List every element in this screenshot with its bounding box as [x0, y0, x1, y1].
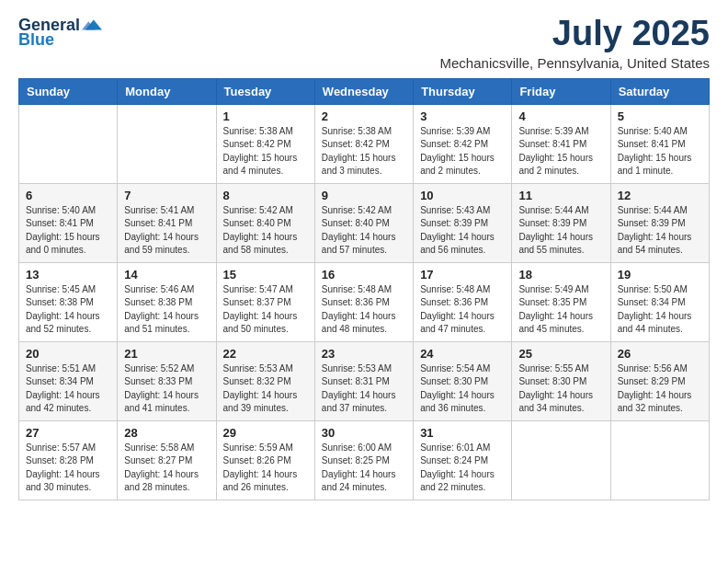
day-info: Sunrise: 5:38 AM Sunset: 8:42 PM Dayligh… — [223, 125, 308, 178]
calendar-cell: 10Sunrise: 5:43 AM Sunset: 8:39 PM Dayli… — [414, 183, 512, 262]
day-number: 18 — [518, 268, 603, 282]
calendar-cell: 30Sunrise: 6:00 AM Sunset: 8:25 PM Dayli… — [314, 420, 413, 500]
day-info: Sunrise: 5:56 AM Sunset: 8:29 PM Dayligh… — [618, 362, 702, 416]
calendar-cell: 2Sunrise: 5:38 AM Sunset: 8:42 PM Daylig… — [314, 104, 413, 183]
day-number: 4 — [518, 109, 603, 123]
location-title: Mechanicsville, Pennsylvania, United Sta… — [440, 55, 710, 71]
day-number: 5 — [618, 109, 702, 123]
day-number: 15 — [223, 268, 308, 282]
day-number: 30 — [322, 426, 406, 440]
day-info: Sunrise: 5:48 AM Sunset: 8:36 PM Dayligh… — [420, 283, 505, 337]
day-info: Sunrise: 5:39 AM Sunset: 8:42 PM Dayligh… — [420, 125, 505, 178]
day-number: 3 — [420, 109, 505, 123]
calendar-cell: 22Sunrise: 5:53 AM Sunset: 8:32 PM Dayli… — [216, 341, 314, 420]
day-number: 14 — [124, 268, 209, 282]
calendar-cell: 3Sunrise: 5:39 AM Sunset: 8:42 PM Daylig… — [414, 104, 512, 183]
day-info: Sunrise: 6:01 AM Sunset: 8:24 PM Dayligh… — [420, 442, 505, 495]
month-title: July 2025 — [440, 15, 710, 53]
calendar-cell: 4Sunrise: 5:39 AM Sunset: 8:41 PM Daylig… — [512, 104, 610, 183]
day-number: 19 — [618, 268, 702, 282]
calendar-cell: 15Sunrise: 5:47 AM Sunset: 8:37 PM Dayli… — [216, 262, 314, 341]
day-info: Sunrise: 5:41 AM Sunset: 8:41 PM Dayligh… — [124, 204, 209, 258]
day-info: Sunrise: 5:47 AM Sunset: 8:37 PM Dayligh… — [223, 283, 308, 337]
day-info: Sunrise: 5:53 AM Sunset: 8:32 PM Dayligh… — [223, 362, 308, 416]
day-info: Sunrise: 5:42 AM Sunset: 8:40 PM Dayligh… — [322, 204, 406, 258]
calendar-header-friday: Friday — [512, 78, 610, 104]
day-number: 20 — [26, 347, 110, 361]
day-number: 2 — [322, 109, 406, 123]
calendar-cell: 9Sunrise: 5:42 AM Sunset: 8:40 PM Daylig… — [314, 183, 413, 262]
day-info: Sunrise: 5:58 AM Sunset: 8:27 PM Dayligh… — [124, 442, 209, 495]
day-info: Sunrise: 5:43 AM Sunset: 8:39 PM Dayligh… — [420, 204, 505, 258]
calendar-cell: 28Sunrise: 5:58 AM Sunset: 8:27 PM Dayli… — [118, 420, 216, 500]
day-info: Sunrise: 5:48 AM Sunset: 8:36 PM Dayligh… — [322, 283, 406, 337]
day-number: 23 — [322, 347, 406, 361]
calendar-cell: 8Sunrise: 5:42 AM Sunset: 8:40 PM Daylig… — [216, 183, 314, 262]
calendar-cell: 14Sunrise: 5:46 AM Sunset: 8:38 PM Dayli… — [118, 262, 216, 341]
calendar-cell: 23Sunrise: 5:53 AM Sunset: 8:31 PM Dayli… — [314, 341, 413, 420]
day-number: 21 — [124, 347, 209, 361]
day-number: 1 — [223, 109, 308, 123]
day-info: Sunrise: 5:39 AM Sunset: 8:41 PM Dayligh… — [518, 125, 603, 178]
calendar-cell: 7Sunrise: 5:41 AM Sunset: 8:41 PM Daylig… — [118, 183, 216, 262]
calendar-table: SundayMondayTuesdayWednesdayThursdayFrid… — [18, 78, 710, 500]
day-number: 6 — [26, 189, 110, 202]
logo-blue: Blue — [18, 31, 54, 48]
calendar-cell: 24Sunrise: 5:54 AM Sunset: 8:30 PM Dayli… — [414, 341, 512, 420]
calendar-cell: 13Sunrise: 5:45 AM Sunset: 8:38 PM Dayli… — [19, 262, 118, 341]
day-number: 22 — [223, 347, 308, 361]
calendar-header-saturday: Saturday — [610, 78, 709, 104]
day-info: Sunrise: 5:40 AM Sunset: 8:41 PM Dayligh… — [618, 125, 702, 178]
calendar-header-sunday: Sunday — [19, 78, 118, 104]
calendar-cell: 19Sunrise: 5:50 AM Sunset: 8:34 PM Dayli… — [610, 262, 709, 341]
day-info: Sunrise: 5:53 AM Sunset: 8:31 PM Dayligh… — [322, 362, 406, 416]
day-info: Sunrise: 5:54 AM Sunset: 8:30 PM Dayligh… — [420, 362, 505, 416]
calendar-cell: 6Sunrise: 5:40 AM Sunset: 8:41 PM Daylig… — [19, 183, 118, 262]
calendar-cell: 31Sunrise: 6:01 AM Sunset: 8:24 PM Dayli… — [414, 420, 512, 500]
day-number: 27 — [26, 426, 110, 440]
calendar-cell: 21Sunrise: 5:52 AM Sunset: 8:33 PM Dayli… — [118, 341, 216, 420]
day-info: Sunrise: 5:59 AM Sunset: 8:26 PM Dayligh… — [223, 442, 308, 495]
calendar-cell: 11Sunrise: 5:44 AM Sunset: 8:39 PM Dayli… — [512, 183, 610, 262]
calendar-cell: 5Sunrise: 5:40 AM Sunset: 8:41 PM Daylig… — [610, 104, 709, 183]
day-info: Sunrise: 5:49 AM Sunset: 8:35 PM Dayligh… — [518, 283, 603, 337]
calendar-header-tuesday: Tuesday — [216, 78, 314, 104]
calendar-cell: 20Sunrise: 5:51 AM Sunset: 8:34 PM Dayli… — [19, 341, 118, 420]
day-info: Sunrise: 5:44 AM Sunset: 8:39 PM Dayligh… — [618, 204, 702, 258]
day-number: 29 — [223, 426, 308, 440]
day-info: Sunrise: 5:55 AM Sunset: 8:30 PM Dayligh… — [518, 362, 603, 416]
logo-icon — [82, 15, 102, 35]
calendar-cell: 25Sunrise: 5:55 AM Sunset: 8:30 PM Dayli… — [512, 341, 610, 420]
day-info: Sunrise: 5:51 AM Sunset: 8:34 PM Dayligh… — [26, 362, 110, 416]
day-info: Sunrise: 5:46 AM Sunset: 8:38 PM Dayligh… — [124, 283, 209, 337]
calendar-cell: 27Sunrise: 5:57 AM Sunset: 8:28 PM Dayli… — [19, 420, 118, 500]
calendar-cell — [19, 104, 118, 183]
day-info: Sunrise: 5:40 AM Sunset: 8:41 PM Dayligh… — [26, 204, 110, 258]
calendar-cell — [610, 420, 709, 500]
calendar-cell — [512, 420, 610, 500]
calendar-cell: 1Sunrise: 5:38 AM Sunset: 8:42 PM Daylig… — [216, 104, 314, 183]
day-info: Sunrise: 5:42 AM Sunset: 8:40 PM Dayligh… — [223, 204, 308, 258]
day-number: 12 — [618, 189, 702, 202]
calendar-cell: 12Sunrise: 5:44 AM Sunset: 8:39 PM Dayli… — [610, 183, 709, 262]
calendar-cell — [118, 104, 216, 183]
calendar-cell: 26Sunrise: 5:56 AM Sunset: 8:29 PM Dayli… — [610, 341, 709, 420]
day-info: Sunrise: 5:44 AM Sunset: 8:39 PM Dayligh… — [518, 204, 603, 258]
day-info: Sunrise: 5:38 AM Sunset: 8:42 PM Dayligh… — [322, 125, 406, 178]
day-info: Sunrise: 6:00 AM Sunset: 8:25 PM Dayligh… — [322, 442, 406, 495]
calendar-cell: 17Sunrise: 5:48 AM Sunset: 8:36 PM Dayli… — [414, 262, 512, 341]
calendar-header-wednesday: Wednesday — [314, 78, 413, 104]
day-info: Sunrise: 5:52 AM Sunset: 8:33 PM Dayligh… — [124, 362, 209, 416]
day-number: 13 — [26, 268, 110, 282]
day-number: 9 — [322, 189, 406, 202]
day-info: Sunrise: 5:45 AM Sunset: 8:38 PM Dayligh… — [26, 283, 110, 337]
day-number: 24 — [420, 347, 505, 361]
calendar-cell: 18Sunrise: 5:49 AM Sunset: 8:35 PM Dayli… — [512, 262, 610, 341]
day-number: 28 — [124, 426, 209, 440]
page-header: General Blue July 2025 Mechanicsville, P… — [18, 15, 710, 71]
day-info: Sunrise: 5:50 AM Sunset: 8:34 PM Dayligh… — [618, 283, 702, 337]
calendar-cell: 16Sunrise: 5:48 AM Sunset: 8:36 PM Dayli… — [314, 262, 413, 341]
day-number: 16 — [322, 268, 406, 282]
day-number: 26 — [618, 347, 702, 361]
calendar-cell: 29Sunrise: 5:59 AM Sunset: 8:26 PM Dayli… — [216, 420, 314, 500]
